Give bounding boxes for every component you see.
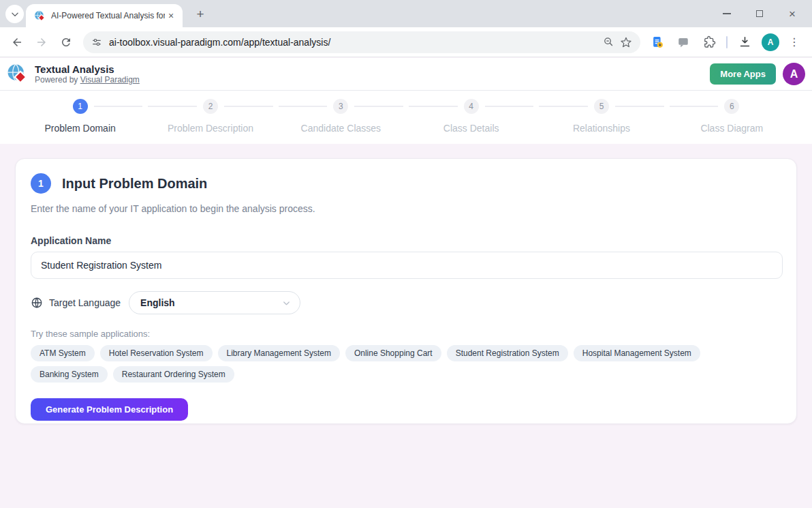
sample-chip[interactable]: Hospital Management System xyxy=(574,345,700,361)
target-language-label: Target Language xyxy=(49,297,121,308)
tab-title: AI-Powered Textual Analysis for xyxy=(51,11,165,20)
step-circle: 2 xyxy=(203,99,218,114)
zoom-button[interactable] xyxy=(599,33,617,51)
sample-chips: ATM SystemHotel Reservation SystemLibrar… xyxy=(31,345,712,383)
step-circle: 3 xyxy=(333,99,348,114)
tab-strip: AI-Powered Textual Analysis for × + × xyxy=(0,0,812,27)
header-right: More Apps A xyxy=(710,63,805,85)
powered-by-prefix: Powered by xyxy=(35,75,80,85)
sample-chip[interactable]: Student Registration System xyxy=(447,345,568,361)
browser-toolbar: ai-toolbox.visual-paradigm.com/app/textu… xyxy=(0,27,812,57)
step-label: Class Diagram xyxy=(700,123,763,134)
toolbar-separator xyxy=(726,36,728,48)
new-tab-button[interactable]: + xyxy=(192,6,208,23)
url-text: ai-toolbox.visual-paradigm.com/app/textu… xyxy=(109,37,599,48)
visual-paradigm-logo-icon xyxy=(7,63,29,85)
sample-chip[interactable]: Banking System xyxy=(31,366,108,383)
back-arrow-icon xyxy=(11,36,23,48)
site-info-icon[interactable] xyxy=(91,37,102,48)
extension-area: A ⋮ xyxy=(649,33,801,51)
target-language-row: Target Language English xyxy=(31,291,781,314)
window-maximize-button[interactable] xyxy=(752,6,767,21)
browser-tab[interactable]: AI-Powered Textual Analysis for × xyxy=(26,4,183,27)
stepper-step-candidate-classes[interactable]: 3Candidate Classes xyxy=(276,91,406,144)
step-circle: 5 xyxy=(594,99,609,114)
target-language-value: English xyxy=(140,297,281,308)
sample-chip[interactable]: ATM System xyxy=(31,345,95,361)
app-title-block: Textual Analysis Powered by Visual Parad… xyxy=(35,63,140,85)
step-label: Candidate Classes xyxy=(301,123,381,134)
target-language-select[interactable]: English xyxy=(129,291,300,314)
forward-button[interactable] xyxy=(31,32,52,53)
stepper-step-relationships[interactable]: 5Relationships xyxy=(536,91,666,144)
star-icon xyxy=(620,36,632,48)
forward-arrow-icon xyxy=(35,36,48,48)
minimize-icon xyxy=(723,13,731,14)
chrome-menu-button[interactable]: ⋮ xyxy=(787,35,801,48)
app-title: Textual Analysis xyxy=(35,63,140,75)
tab-close-icon[interactable]: × xyxy=(165,10,177,22)
application-name-label: Application Name xyxy=(31,235,781,246)
stepper-step-problem-domain[interactable]: 1Problem Domain xyxy=(15,91,145,144)
step-circle: 6 xyxy=(724,99,739,114)
sample-chip[interactable]: Online Shopping Cart xyxy=(345,345,441,361)
globe-icon xyxy=(31,297,43,309)
zoom-magnifier-icon xyxy=(603,36,614,48)
maximize-icon xyxy=(756,10,763,17)
comment-extension-button[interactable] xyxy=(674,33,692,51)
window-controls: × xyxy=(719,0,807,27)
step-circle: 1 xyxy=(73,99,88,114)
step-label: Problem Description xyxy=(168,123,253,134)
url-bar[interactable]: ai-toolbox.visual-paradigm.com/app/textu… xyxy=(83,31,640,53)
puzzle-icon xyxy=(703,35,716,48)
chevron-down-icon xyxy=(281,298,292,308)
reload-icon xyxy=(60,36,72,48)
step-label: Relationships xyxy=(573,123,630,134)
step-label: Class Details xyxy=(443,123,499,134)
samples-label: Try these sample applications: xyxy=(31,329,781,339)
document-download-icon xyxy=(651,35,664,49)
chrome-profile-avatar[interactable]: A xyxy=(762,33,779,51)
page-content: 1 Input Problem Domain Enter the name of… xyxy=(0,144,812,508)
bookmark-button[interactable] xyxy=(617,33,635,51)
visual-paradigm-favicon-icon xyxy=(34,10,46,22)
card-header: 1 Input Problem Domain xyxy=(31,173,781,194)
stepper-step-class-diagram[interactable]: 6Class Diagram xyxy=(667,91,797,144)
step-circle: 4 xyxy=(464,99,479,114)
window-close-button[interactable]: × xyxy=(785,6,800,21)
visual-paradigm-link[interactable]: Visual Paradigm xyxy=(80,75,140,85)
stepper-step-class-details[interactable]: 4Class Details xyxy=(406,91,536,144)
comment-icon xyxy=(677,36,689,48)
sample-chip[interactable]: Restaurant Ordering System xyxy=(113,366,234,383)
step-label: Problem Domain xyxy=(45,123,116,134)
reload-button[interactable] xyxy=(56,32,76,53)
sample-chip[interactable]: Library Management System xyxy=(218,345,340,361)
problem-domain-card: 1 Input Problem Domain Enter the name of… xyxy=(15,158,797,424)
page-subtitle: Enter the name of your IT application to… xyxy=(31,203,781,214)
user-avatar[interactable]: A xyxy=(783,63,805,85)
step-number-badge: 1 xyxy=(31,173,51,194)
stepper-step-problem-description[interactable]: 2Problem Description xyxy=(145,91,275,144)
window-minimize-button[interactable] xyxy=(719,6,734,21)
more-apps-button[interactable]: More Apps xyxy=(710,63,776,85)
app-header: Textual Analysis Powered by Visual Parad… xyxy=(0,58,812,91)
download-icon xyxy=(738,35,751,48)
powered-by: Powered by Visual Paradigm xyxy=(35,75,140,85)
page-title: Input Problem Domain xyxy=(62,176,207,192)
wizard-stepper: 1Problem Domain2Problem Description3Cand… xyxy=(0,91,812,144)
back-button[interactable] xyxy=(7,32,27,53)
application-name-input[interactable] xyxy=(31,252,783,279)
sample-chip[interactable]: Hotel Reservation System xyxy=(100,345,213,361)
chevron-down-icon xyxy=(10,10,20,19)
generate-description-button[interactable]: Generate Problem Description xyxy=(31,398,188,421)
downloads-button[interactable] xyxy=(736,33,753,51)
docs-extension-button[interactable] xyxy=(649,33,666,51)
tab-search-button[interactable] xyxy=(5,5,24,23)
extensions-button[interactable] xyxy=(700,33,718,51)
